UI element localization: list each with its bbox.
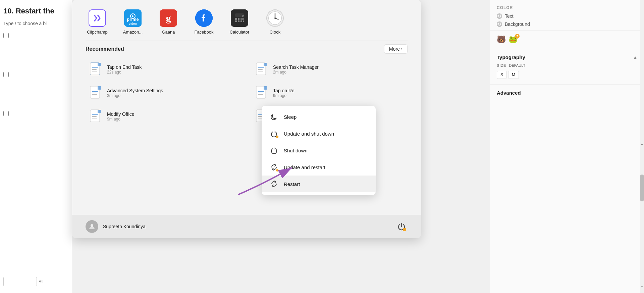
svg-rect-16 [238,20,239,22]
svg-text:0: 0 [242,14,244,17]
advanced-title: Advanced [497,90,637,96]
svg-rect-29 [92,71,97,71]
checkbox-2[interactable] [3,72,9,77]
size-row: SIZE DEFAULT [497,63,637,67]
power-menu-update-restart[interactable]: Update and restart [262,159,376,176]
power-menu-sleep[interactable]: Sleep [262,108,376,125]
app-item-gaana[interactable]: g Gaana [157,9,180,35]
svg-rect-46 [98,110,101,113]
scrollbar-thumb[interactable] [640,175,644,201]
color-section-label: Color [497,5,637,10]
gaana-label: Gaana [162,30,175,35]
clock-icon [266,9,284,27]
checkbox-row-1 [3,33,68,38]
size-button-s[interactable]: S [497,71,507,79]
recommended-title: Recommended [86,46,124,52]
rec-item-tap-end-task[interactable]: Tap on End Task 22s ago [86,58,241,81]
svg-point-23 [274,17,276,19]
calculator-icon: 0 [231,9,248,27]
clock-label: Clock [270,30,281,35]
rec-item-tap-re[interactable]: Tap on Re 9m ago [252,82,408,104]
color-check-text [497,13,502,19]
power-menu-shut-down[interactable]: Shut down [262,142,376,159]
power-menu-update-restart-label: Update and restart [284,164,325,170]
rec-file-icon-2 [256,62,268,77]
sleep-icon [270,112,278,121]
svg-rect-49 [92,118,97,118]
rec-text-1: Tap on End Task 22s ago [107,64,142,75]
typography-collapse-icon[interactable]: ▲ [633,55,637,60]
checkbox-row-2 [3,72,68,77]
user-avatar [86,220,98,233]
rec-item-search-task[interactable]: Search Task Manager 2m ago [252,58,408,81]
svg-rect-44 [258,94,263,95]
color-option-text: Text [497,13,637,19]
facebook-icon [195,9,213,27]
emoji-frog-badge-count: 7 [515,34,520,39]
apps-row: Clipchamp prime video Amazon... g [72,0,421,41]
typography-header: Typography ▲ [497,54,637,60]
svg-rect-28 [92,69,97,70]
scrollbar-arrow-down[interactable]: ▼ [640,284,644,290]
svg-rect-48 [92,116,97,117]
app-item-clock[interactable]: Clock [263,9,287,35]
more-button[interactable]: More › [384,44,408,54]
page-title: 10. Restart the [3,7,68,15]
checkbox-1[interactable] [3,33,9,38]
emoji-badge-frog: 🐸 7 [508,35,518,44]
svg-rect-47 [92,114,98,115]
svg-rect-37 [92,91,98,92]
rec-item-modify-office[interactable]: Modify Office 9m ago [86,105,241,128]
power-menu-shut-down-label: Shut down [284,148,308,153]
right-sidebar: Color Text [490,0,644,293]
svg-text:g: g [166,12,171,23]
color-options: Text Background [497,13,637,27]
size-label: SIZE [497,63,506,67]
svg-rect-17 [240,20,242,22]
svg-rect-31 [264,63,267,66]
size-default: DEFAULT [509,63,525,67]
svg-rect-42 [258,91,264,92]
power-menu-restart[interactable]: Restart [262,176,376,192]
restart-icon [270,180,278,188]
rec-file-icon-3 [90,85,102,101]
power-button[interactable] [395,221,408,233]
svg-rect-41 [264,86,267,90]
size-button-m[interactable]: M [508,71,519,79]
shut-down-icon [270,146,278,155]
power-menu-update-shut-down[interactable]: Update and shut down [262,125,376,142]
svg-rect-26 [98,63,101,66]
rec-text-4: Tap on Re 9m ago [273,88,294,98]
emoji-badge-bear: 🐻 [497,35,506,44]
rec-file-icon-1 [90,62,102,77]
power-menu-sleep-label: Sleep [284,114,297,120]
svg-rect-43 [258,93,263,93]
svg-rect-33 [258,69,263,70]
app-item-clipchamp[interactable]: Clipchamp [86,9,109,35]
power-menu-restart-label: Restart [284,181,300,187]
svg-rect-36 [98,86,101,90]
color-check-bg [497,21,502,27]
app-item-facebook[interactable]: Facebook [192,9,216,35]
checkbox-3[interactable] [3,111,9,116]
bottom-input[interactable] [3,277,37,286]
typography-title: Typography [497,54,525,60]
all-label: All [39,279,43,284]
app-item-amazon[interactable]: prime video Amazon... [121,9,145,35]
rec-item-advanced-settings[interactable]: Advanced System Settings 3m ago [86,82,241,104]
svg-rect-39 [92,94,97,95]
rec-text-2: Search Task Manager 2m ago [273,64,319,75]
facebook-label: Facebook [194,30,213,35]
app-item-calculator[interactable]: 0 Calculator [228,9,251,35]
svg-rect-18 [243,20,244,22]
scrollbar-arrow-up[interactable]: ▲ [640,141,644,146]
user-info[interactable]: Supreeth Koundinya [86,220,146,233]
svg-point-55 [91,224,93,227]
power-menu-update-shut-down-label: Update and shut down [284,131,334,137]
color-section: Color Text [490,0,644,31]
clipchamp-label: Clipchamp [87,30,107,35]
sidebar-scrollbar: ▲ ▼ [640,0,644,293]
emoji-section: 🐻 🐸 7 [490,31,644,49]
left-panel: 10. Restart the Type / to choose a bl Al… [0,0,72,293]
clipchamp-icon [89,9,106,27]
